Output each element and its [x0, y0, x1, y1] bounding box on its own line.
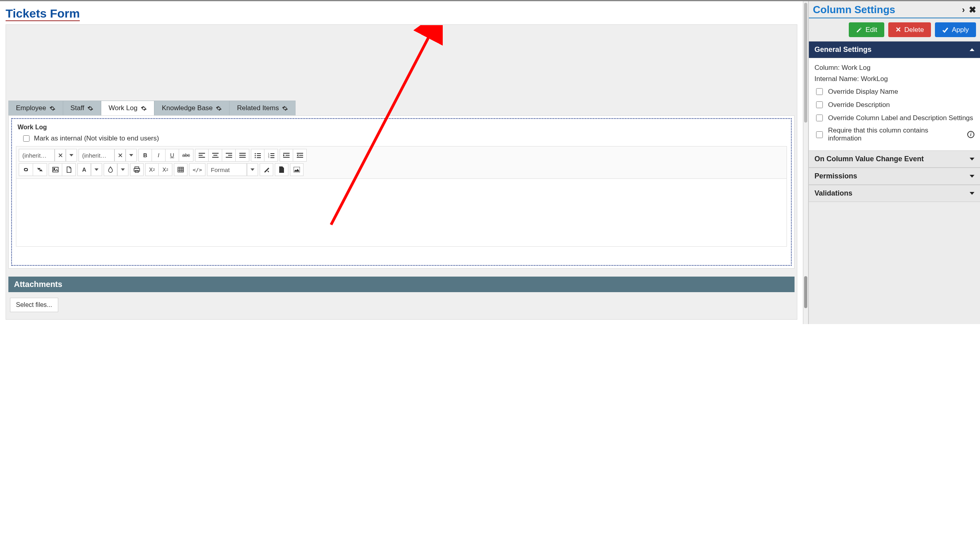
- subscript-button[interactable]: X2: [145, 163, 159, 176]
- format-display[interactable]: Format: [207, 163, 247, 176]
- section-general-settings[interactable]: General Settings: [809, 41, 980, 58]
- tab-label: Related Items: [237, 104, 279, 112]
- tab-employee[interactable]: Employee: [8, 101, 63, 115]
- column-line: Column: Work Log: [814, 64, 974, 72]
- close-icon[interactable]: ✖: [969, 5, 976, 15]
- delete-button[interactable]: ✕ Delete: [888, 22, 931, 37]
- select-files-button[interactable]: Select files...: [10, 298, 58, 312]
- tab-label: Staff: [71, 104, 85, 112]
- form-blank-area: [6, 25, 797, 101]
- vertical-scrollbar[interactable]: [803, 1, 808, 324]
- insert-file-button[interactable]: [275, 163, 288, 176]
- chevron-down-icon: [970, 158, 974, 160]
- side-panel: Column Settings › ✖ Edit ✕ Delete Apply …: [808, 1, 980, 324]
- mark-internal-checkbox[interactable]: Mark as internal (Not visible to end use…: [22, 134, 787, 143]
- font-size-picker[interactable]: (inherit… ✕: [79, 149, 137, 162]
- info-icon[interactable]: i: [967, 131, 974, 138]
- section-label: General Settings: [814, 45, 872, 54]
- mark-internal-input[interactable]: [23, 135, 30, 142]
- field-label: Work Log: [18, 124, 787, 131]
- chevron-down-icon[interactable]: [126, 149, 137, 162]
- require-info-checkbox[interactable]: Require that this column contains inform…: [814, 127, 974, 142]
- work-log-field[interactable]: Work Log Mark as internal (Not visible t…: [11, 118, 792, 266]
- checkbox-label: Override Column Label and Description Se…: [828, 114, 973, 122]
- svg-point-0: [255, 153, 256, 154]
- tab-related-items[interactable]: Related Items: [229, 101, 296, 115]
- tab-label: Work Log: [108, 104, 137, 112]
- tab-work-log[interactable]: Work Log: [101, 101, 154, 115]
- override-description-checkbox[interactable]: Override Description: [814, 100, 974, 109]
- gear-icon: [216, 105, 222, 111]
- chevron-down-icon[interactable]: [91, 163, 102, 176]
- link-button[interactable]: [19, 163, 33, 176]
- table-button[interactable]: [174, 163, 187, 176]
- format-picker[interactable]: Format: [207, 163, 258, 176]
- checkbox-input[interactable]: [816, 88, 823, 95]
- image-button[interactable]: [49, 163, 62, 176]
- scrollbar-thumb[interactable]: [804, 276, 807, 308]
- checkbox-label: Override Display Name: [828, 88, 898, 96]
- form-shell: Employee Staff Work Log: [6, 24, 797, 320]
- gear-icon: [49, 105, 55, 111]
- richtext-editor[interactable]: [16, 179, 787, 247]
- apply-button[interactable]: Apply: [935, 22, 976, 37]
- unlink-button[interactable]: [33, 163, 47, 176]
- align-justify-button[interactable]: [236, 149, 249, 162]
- strikethrough-button[interactable]: abc: [179, 149, 193, 162]
- code-button[interactable]: </>: [189, 163, 205, 176]
- chevron-down-icon: [970, 192, 974, 195]
- print-button[interactable]: [130, 163, 144, 176]
- chevron-down-icon[interactable]: [117, 163, 128, 176]
- italic-button[interactable]: I: [152, 149, 166, 162]
- gear-icon: [87, 105, 93, 111]
- chevron-right-icon[interactable]: ›: [962, 5, 965, 15]
- close-icon: ✕: [895, 26, 901, 34]
- ordered-list-button[interactable]: 123: [264, 149, 278, 162]
- scrollbar-thumb[interactable]: [804, 3, 807, 123]
- clear-icon[interactable]: ✕: [114, 149, 126, 162]
- pencil-icon: [856, 27, 862, 33]
- unordered-list-button[interactable]: [251, 149, 264, 162]
- edit-label: Edit: [866, 26, 877, 34]
- chevron-down-icon[interactable]: [66, 149, 77, 162]
- tab-knowledge-base[interactable]: Knowledge Base: [154, 101, 230, 115]
- insert-image-button[interactable]: [290, 163, 304, 176]
- override-display-name-checkbox[interactable]: Override Display Name: [814, 87, 974, 96]
- align-right-button[interactable]: [222, 149, 236, 162]
- indent-button[interactable]: [280, 149, 293, 162]
- bold-button[interactable]: B: [138, 149, 152, 162]
- section-permissions[interactable]: Permissions: [809, 168, 980, 185]
- override-label-desc-checkbox[interactable]: Override Column Label and Description Se…: [814, 113, 974, 123]
- file-button[interactable]: [62, 163, 76, 176]
- column-value: Work Log: [842, 64, 870, 71]
- svg-point-2: [255, 157, 256, 158]
- mark-internal-label: Mark as internal (Not visible to end use…: [34, 134, 159, 142]
- clean-format-button[interactable]: [260, 163, 273, 176]
- font-color-picker[interactable]: A: [77, 163, 102, 176]
- checkbox-input[interactable]: [816, 131, 823, 138]
- checkbox-input[interactable]: [816, 101, 823, 108]
- font-family-display[interactable]: (inherit…: [19, 149, 55, 162]
- font-color-icon[interactable]: A: [77, 163, 91, 176]
- attachments-header: Attachments: [8, 277, 795, 292]
- section-validations[interactable]: Validations: [809, 185, 980, 202]
- outdent-button[interactable]: [293, 149, 307, 162]
- font-size-display[interactable]: (inherit…: [79, 149, 114, 162]
- internal-name-line: Internal Name: WorkLog: [814, 75, 974, 83]
- chevron-down-icon: [970, 175, 974, 178]
- align-center-button[interactable]: [209, 149, 222, 162]
- section-on-change-event[interactable]: On Column Value Change Event: [809, 150, 980, 168]
- checkbox-input[interactable]: [816, 115, 823, 121]
- chevron-down-icon[interactable]: [247, 163, 258, 176]
- font-family-picker[interactable]: (inherit… ✕: [19, 149, 77, 162]
- clear-icon[interactable]: ✕: [55, 149, 66, 162]
- background-color-picker[interactable]: [104, 163, 128, 176]
- underline-button[interactable]: U: [166, 149, 179, 162]
- drop-icon[interactable]: [104, 163, 117, 176]
- internal-name-value: WorkLog: [861, 75, 888, 83]
- chevron-up-icon: [970, 48, 974, 51]
- tab-staff[interactable]: Staff: [63, 101, 101, 115]
- superscript-button[interactable]: X2: [159, 163, 172, 176]
- edit-button[interactable]: Edit: [849, 22, 884, 37]
- align-left-button[interactable]: [195, 149, 209, 162]
